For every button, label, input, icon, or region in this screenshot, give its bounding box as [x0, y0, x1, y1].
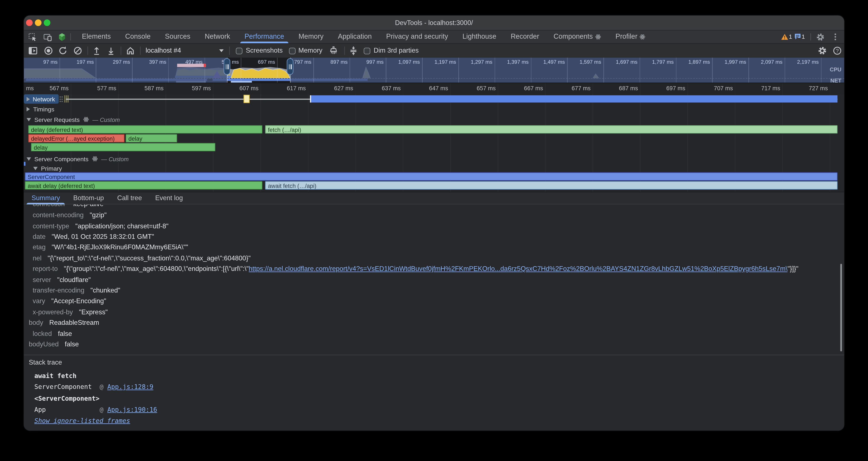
tab-recorder[interactable]: Recorder: [503, 31, 546, 44]
tab-memory[interactable]: Memory: [291, 31, 331, 44]
tab-performance[interactable]: Performance: [237, 31, 291, 44]
timings-track-label: Timings: [33, 106, 55, 112]
selection-left-handle[interactable]: [224, 58, 230, 75]
primary-group-label: Primary: [41, 165, 62, 172]
load-profile-icon[interactable]: [92, 46, 101, 55]
property-value: false: [58, 329, 72, 337]
server-requests-track-header[interactable]: Server Requests — Custom: [24, 115, 120, 124]
inspect-element-icon[interactable]: [28, 33, 37, 41]
save-profile-icon[interactable]: [106, 46, 116, 55]
source-location-link[interactable]: App.js:128:9: [107, 383, 153, 391]
flame-bar-delay[interactable]: delay: [31, 143, 215, 151]
flame-bar-await-fetch[interactable]: await fetch (…/api): [265, 181, 837, 190]
tab-event-log[interactable]: Event log: [149, 192, 190, 204]
show-ignore-listed-frames[interactable]: Show ignore-listed frames: [34, 417, 130, 425]
tab-bar-separator: [810, 33, 811, 40]
toggle-sidebar-icon[interactable]: [28, 46, 38, 55]
window-title: DevTools - localhost:3000/: [24, 16, 844, 30]
flame-bar-server-component[interactable]: ServerComponent: [25, 172, 838, 181]
tab-application[interactable]: Application: [331, 31, 379, 44]
flame-bar-await-delay[interactable]: await delay (deferred text): [25, 181, 262, 190]
profile-select[interactable]: localhost #4: [146, 44, 181, 58]
clear-icon[interactable]: [73, 46, 83, 55]
summary-pane[interactable]: connection"keep-alive" content-encoding"…: [24, 204, 844, 354]
extension-gem-icon[interactable]: [58, 33, 66, 41]
tab-call-tree[interactable]: Call tree: [111, 192, 149, 204]
property-value: ReadableStream: [49, 319, 99, 326]
header-value: "application/json; charset=utf-8": [75, 222, 168, 230]
expand-arrow-icon[interactable]: [27, 97, 30, 101]
chevron-down-icon[interactable]: [219, 49, 224, 52]
network-request-marker[interactable]: [244, 95, 250, 103]
network-track-label: Network: [33, 95, 55, 102]
server-components-track-header[interactable]: Server Components — Custom: [24, 154, 129, 164]
reload-and-record-icon[interactable]: [58, 46, 67, 55]
tab-privacy-and-security[interactable]: Privacy and security: [379, 31, 455, 44]
tab-elements[interactable]: Elements: [75, 31, 118, 44]
timeline-ruler[interactable]: ms 567 ms 577 ms 587 ms 597 ms 607 ms 61…: [24, 83, 844, 94]
overview-tick-label: 897 ms: [319, 59, 348, 65]
selection-right-handle[interactable]: [287, 58, 293, 75]
flame-bar-delayed-error[interactable]: delayedError (…ayed exception): [28, 134, 125, 142]
tab-components[interactable]: Components: [546, 31, 608, 44]
tab-network[interactable]: Network: [197, 31, 237, 44]
collapse-arrow-icon[interactable]: [27, 157, 31, 161]
network-track-header[interactable]: Network: [24, 94, 59, 104]
tab-lighthouse[interactable]: Lighthouse: [455, 31, 504, 44]
toolbar-separator: [88, 47, 88, 55]
warning-icon[interactable]: [781, 33, 788, 40]
home-icon[interactable]: [126, 46, 135, 55]
network-track[interactable]: Network: [24, 94, 844, 104]
header-row: content-type"application/json; charset=u…: [33, 222, 840, 231]
flame-bar-delay-deferred-text[interactable]: delay (deferred text): [28, 125, 262, 134]
flame-bar-fetch-api[interactable]: fetch (…/api): [265, 125, 837, 134]
record-icon[interactable]: [44, 46, 53, 55]
overview-tick-label: 1,897 ms: [681, 59, 710, 65]
collapse-tracks-icon[interactable]: [349, 46, 358, 55]
memory-checkbox[interactable]: [289, 48, 296, 54]
timeline-overview[interactable]: 97 ms 197 ms 297 ms 397 ms 497 ms 597 ms…: [24, 58, 844, 83]
ruler-tick-label: 607 ms: [225, 85, 259, 91]
help-icon[interactable]: ?: [833, 46, 842, 55]
tab-profiler[interactable]: Profiler: [608, 31, 653, 44]
header-value-suffix: "}]}": [787, 265, 799, 272]
expand-arrow-icon[interactable]: [27, 107, 30, 111]
stack-frame: App@ App.js:190:16: [34, 406, 157, 413]
ruler-tick-label: 617 ms: [273, 85, 306, 91]
kebab-menu-icon[interactable]: [832, 33, 839, 41]
ruler-tick-label: 637 ms: [368, 85, 401, 91]
device-toolbar-icon[interactable]: [43, 33, 52, 41]
stack-frame-function: ServerComponent: [34, 383, 100, 391]
source-location-link[interactable]: App.js:190:16: [107, 406, 157, 413]
header-row: connection"keep-alive": [33, 204, 840, 209]
tab-bottom-up[interactable]: Bottom-up: [67, 192, 111, 204]
flame-bar-delay[interactable]: delay: [126, 134, 177, 142]
screenshots-label: Screenshots: [246, 44, 283, 58]
header-value: "{\"report_to\":\"cf-nel\",\"success_fra…: [48, 254, 251, 262]
garbage-collect-icon[interactable]: [329, 46, 338, 55]
dim-3rd-parties-checkbox[interactable]: [364, 48, 370, 54]
tab-summary[interactable]: Summary: [25, 192, 67, 204]
details-tab-bar: Summary Bottom-up Call tree Event log: [24, 192, 844, 205]
issues-message-icon[interactable]: [794, 33, 801, 40]
overview-tick-label: 497 ms: [174, 59, 203, 65]
ruler-tick-label: 597 ms: [178, 85, 211, 91]
track-drag-handle[interactable]: [59, 96, 63, 103]
settings-gear-icon[interactable]: [816, 32, 825, 41]
collapse-arrow-icon[interactable]: [33, 167, 38, 170]
ruler-tick-label: 677 ms: [557, 85, 591, 91]
vertical-scrollbar[interactable]: [840, 264, 842, 351]
ruler-tick-label: 657 ms: [462, 85, 496, 91]
screenshots-checkbox[interactable]: [236, 48, 242, 54]
primary-group-header[interactable]: Primary: [31, 164, 62, 173]
svg-text:?: ?: [836, 48, 839, 54]
collapse-arrow-icon[interactable]: [27, 118, 31, 121]
tab-console[interactable]: Console: [118, 31, 158, 44]
capture-settings-gear-icon[interactable]: [817, 46, 827, 55]
overview-tick-label: 1,297 ms: [464, 59, 493, 65]
network-request-bar[interactable]: [310, 95, 837, 103]
tab-sources[interactable]: Sources: [158, 31, 197, 44]
report-endpoint-link[interactable]: https://a.nel.cloudflare.com/report/v4?s…: [249, 265, 787, 272]
timings-track-header[interactable]: Timings: [24, 104, 54, 114]
header-key: report-to: [33, 265, 58, 272]
